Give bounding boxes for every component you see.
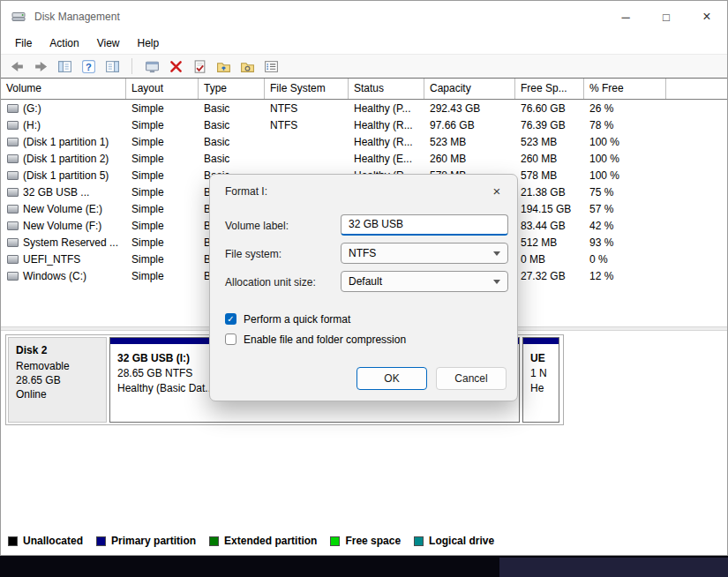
toolbar: ? bbox=[1, 54, 727, 79]
status-cell: Healthy (E... bbox=[349, 153, 424, 165]
column-header-filler bbox=[666, 79, 727, 99]
legend-item-unallocated: Unallocated bbox=[8, 535, 83, 547]
select-value: NTFS bbox=[349, 247, 376, 259]
percent-free-cell: 78 % bbox=[584, 119, 666, 131]
explore-icon[interactable] bbox=[236, 56, 258, 77]
taskbar-right bbox=[499, 558, 728, 577]
column-header-file-system[interactable]: File System bbox=[265, 79, 349, 99]
free-space-cell: 578 MB bbox=[515, 169, 584, 182]
dialog-field-row: File system:NTFS bbox=[210, 243, 517, 271]
column-header-status[interactable]: Status bbox=[349, 79, 424, 99]
column-header-free-sp[interactable]: Free Sp... bbox=[515, 79, 584, 99]
layout-cell: Simple bbox=[126, 236, 199, 249]
forward-icon[interactable] bbox=[30, 56, 51, 77]
volume-icon bbox=[7, 104, 19, 113]
free-space-cell: 27.32 GB bbox=[515, 270, 584, 282]
percent-free-cell: 100 % bbox=[584, 136, 666, 148]
menu-item-help[interactable]: Help bbox=[129, 34, 169, 53]
back-icon[interactable] bbox=[6, 56, 27, 77]
volume-label-input[interactable]: 32 GB USB bbox=[341, 214, 508, 236]
partition-status-label: He bbox=[530, 381, 552, 396]
menu-bar: FileActionViewHelp bbox=[1, 33, 727, 54]
disk-status: Online bbox=[16, 387, 99, 401]
status-cell: Healthy (P... bbox=[349, 102, 424, 115]
file-system-select[interactable]: NTFS bbox=[341, 243, 508, 264]
column-header-capacity[interactable]: Capacity bbox=[424, 79, 515, 99]
format-volume-icon[interactable] bbox=[189, 56, 210, 77]
layout-cell: Simple bbox=[126, 203, 199, 215]
disk-2-label[interactable]: Disk 2 Removable 28.65 GB Online bbox=[8, 337, 107, 423]
close-button[interactable]: × bbox=[687, 1, 727, 33]
volume-name-cell: (Disk 1 partition 1) bbox=[1, 136, 126, 148]
screen: Disk Management ─ □ × FileActionViewHelp… bbox=[0, 0, 728, 577]
cancel-button[interactable]: Cancel bbox=[436, 367, 507, 390]
capacity-cell: 292.43 GB bbox=[424, 102, 515, 115]
type-cell: Basic bbox=[199, 153, 265, 165]
action-pane-icon[interactable] bbox=[101, 56, 123, 77]
legend-swatch-extended-partition bbox=[209, 536, 219, 546]
volume-name: (G:) bbox=[23, 102, 41, 115]
details-view-icon[interactable] bbox=[260, 56, 281, 77]
volume-name-cell: (Disk 1 partition 5) bbox=[1, 169, 126, 182]
capacity-cell: 523 MB bbox=[424, 136, 515, 148]
volume-row-2[interactable]: (Disk 1 partition 1)SimpleBasicHealthy (… bbox=[1, 133, 727, 150]
window-controls: ─ □ × bbox=[605, 1, 727, 33]
percent-free-cell: 100 % bbox=[584, 153, 666, 165]
volume-row-1[interactable]: (H:)SimpleBasicNTFSHealthy (R...97.66 GB… bbox=[1, 116, 727, 133]
free-space-cell: 76.60 GB bbox=[515, 102, 584, 115]
legend-swatch-unallocated bbox=[8, 536, 18, 546]
percent-free-cell: 12 % bbox=[584, 270, 666, 282]
volume-name: Windows (C:) bbox=[23, 270, 86, 282]
volume-row-3[interactable]: (Disk 1 partition 2)SimpleBasicHealthy (… bbox=[1, 150, 727, 167]
percent-free-cell: 0 % bbox=[584, 253, 666, 266]
menu-item-file[interactable]: File bbox=[6, 34, 41, 53]
layout-cell: Simple bbox=[126, 119, 199, 131]
toolbar-separator bbox=[131, 58, 132, 74]
compression-checkbox[interactable]: Enable file and folder compression bbox=[210, 329, 517, 349]
menu-item-action[interactable]: Action bbox=[41, 34, 87, 53]
delete-volume-icon[interactable] bbox=[165, 56, 186, 77]
quick-format-checkbox[interactable]: ✓Perform a quick format bbox=[210, 309, 517, 329]
select-value: Default bbox=[349, 275, 382, 288]
volume-icon bbox=[7, 272, 19, 281]
disk-properties-icon[interactable] bbox=[141, 56, 162, 77]
file-system-cell: NTFS bbox=[265, 102, 349, 115]
percent-free-cell: 100 % bbox=[584, 169, 666, 182]
primary-partition-stripe bbox=[523, 338, 559, 344]
free-space-cell: 260 MB bbox=[515, 153, 584, 165]
menu-item-view[interactable]: View bbox=[88, 34, 129, 53]
file-system-label: File system: bbox=[225, 248, 281, 260]
window-title: Disk Management bbox=[34, 11, 120, 23]
title-bar: Disk Management ─ □ × bbox=[1, 1, 727, 33]
volume-label-label: Volume label: bbox=[225, 220, 289, 232]
column-header-volume[interactable]: Volume bbox=[1, 79, 126, 99]
dialog-buttons: OK Cancel bbox=[356, 367, 507, 390]
console-tree-icon[interactable] bbox=[54, 56, 75, 77]
volume-name-cell: 32 GB USB ... bbox=[1, 186, 126, 199]
column-header-free[interactable]: % Free bbox=[584, 79, 666, 99]
layout-cell: Simple bbox=[126, 153, 199, 165]
ok-button[interactable]: OK bbox=[356, 367, 427, 390]
maximize-button[interactable]: □ bbox=[646, 1, 687, 33]
disk-size: 28.65 GB bbox=[16, 373, 99, 387]
open-icon[interactable] bbox=[213, 56, 234, 77]
column-header-layout[interactable]: Layout bbox=[126, 79, 199, 99]
legend-item-free-space: Free space bbox=[330, 535, 401, 547]
dialog-close-icon[interactable]: × bbox=[484, 181, 509, 202]
volume-name: (Disk 1 partition 2) bbox=[23, 153, 109, 165]
partition-uefi-ntfs[interactable]: UE1 NHe bbox=[522, 337, 559, 423]
minimize-button[interactable]: ─ bbox=[605, 1, 646, 33]
allocation-unit-size-select[interactable]: Default bbox=[341, 271, 508, 292]
volume-name: System Reserved ... bbox=[23, 236, 118, 249]
volume-icon bbox=[7, 205, 19, 214]
legend-swatch-logical-drive bbox=[414, 536, 424, 546]
help-icon[interactable]: ? bbox=[78, 56, 99, 77]
legend-swatch-primary-partition bbox=[96, 536, 106, 546]
volume-name: UEFI_NTFS bbox=[23, 253, 80, 266]
checkbox-checked-icon: ✓ bbox=[225, 313, 236, 325]
volume-row-0[interactable]: (G:)SimpleBasicNTFSHealthy (P...292.43 G… bbox=[1, 100, 727, 116]
volume-name: 32 GB USB ... bbox=[23, 186, 89, 199]
legend-label: Logical drive bbox=[429, 535, 494, 547]
column-header-type[interactable]: Type bbox=[199, 79, 265, 99]
free-space-cell: 0 MB bbox=[515, 253, 584, 266]
